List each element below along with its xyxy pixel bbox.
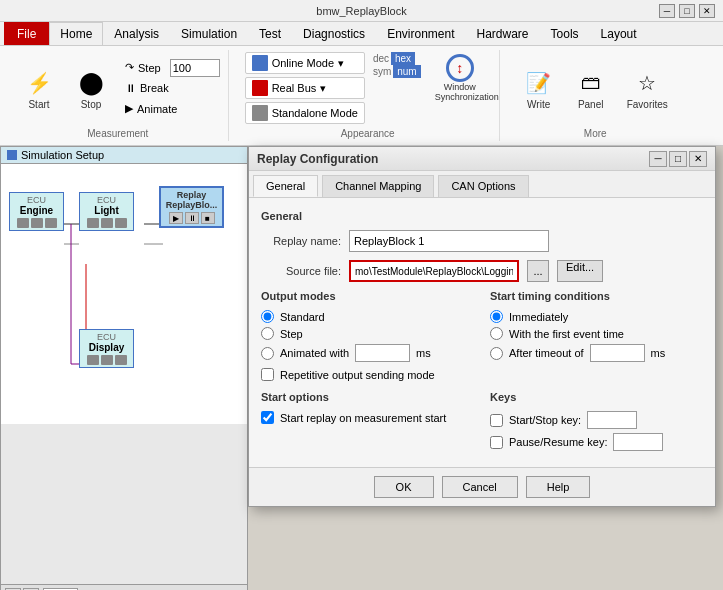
standard-radio[interactable] (261, 310, 274, 323)
tab-layout[interactable]: Layout (590, 22, 648, 45)
dialog-footer: OK Cancel Help (249, 467, 715, 506)
standard-row: Standard (261, 310, 474, 323)
tab-hardware[interactable]: Hardware (466, 22, 540, 45)
dialog-tab-bar: General Channel Mapping CAN Options (249, 171, 715, 198)
tab-file[interactable]: File (4, 22, 49, 45)
ecu-display-icons (82, 355, 131, 365)
output-modes-label: Output modes (261, 290, 474, 302)
minimize-button[interactable]: ─ (659, 4, 675, 18)
ok-button[interactable]: OK (374, 476, 434, 498)
animated-input[interactable] (355, 344, 410, 362)
start-button[interactable]: ⚡ Start (16, 62, 62, 115)
online-mode-icon (252, 55, 268, 71)
animated-radio[interactable] (261, 347, 274, 360)
tab-environment[interactable]: Environment (376, 22, 465, 45)
start-label: Start (28, 99, 49, 110)
source-file-input[interactable] (349, 260, 519, 282)
dialog-body: General Replay name: Source file: ... Ed… (249, 198, 715, 467)
standalone-mode-button[interactable]: Standalone Mode (245, 102, 365, 124)
hex-button[interactable]: hex (391, 52, 415, 65)
timeout-radio[interactable] (490, 347, 503, 360)
step-label: Step (138, 62, 161, 74)
dialog-title-bar: Replay Configuration ─ □ ✕ (249, 147, 715, 171)
favorites-button[interactable]: ☆ Favorites (620, 62, 675, 115)
stop-button[interactable]: ⬤ Stop (68, 62, 114, 115)
ecu-light-icon-2 (101, 218, 113, 228)
ecu-icon-1 (17, 218, 29, 228)
start-stop-key-input[interactable] (587, 411, 637, 429)
step-radio[interactable] (261, 327, 274, 340)
dialog-close[interactable]: ✕ (689, 151, 707, 167)
ecu-engine-title: ECU (12, 195, 61, 205)
help-button[interactable]: Help (526, 476, 591, 498)
timeout-label: After timeout of (509, 347, 584, 359)
real-bus-button[interactable]: Real Bus ▾ (245, 77, 365, 99)
step-button[interactable]: ↷ Step (120, 58, 166, 77)
pause-resume-key-row: Pause/Resume key: (490, 433, 703, 451)
immediately-row: Immediately (490, 310, 703, 323)
replay-name-input[interactable] (349, 230, 549, 252)
online-mode-label: Online Mode (272, 57, 334, 69)
pause-resume-key-checkbox[interactable] (490, 436, 503, 449)
pause-resume-key-label: Pause/Resume key: (509, 436, 607, 448)
break-button[interactable]: ⏸ Break (120, 79, 220, 97)
ecu-light-title: ECU (82, 195, 131, 205)
animate-button[interactable]: ▶ Animate (120, 99, 220, 118)
start-stop-key-checkbox[interactable] (490, 414, 503, 427)
real-bus-label: Real Bus (272, 82, 317, 94)
tab-analysis[interactable]: Analysis (103, 22, 170, 45)
write-button[interactable]: 📝 Write (516, 62, 562, 115)
standalone-icon (252, 105, 268, 121)
maximize-button[interactable]: □ (679, 4, 695, 18)
sync-icon: ↕ (446, 54, 474, 82)
dialog-tab-general[interactable]: General (253, 175, 318, 197)
immediately-radio[interactable] (490, 310, 503, 323)
first-event-radio[interactable] (490, 327, 503, 340)
replay-name: ReplayBlo... (163, 200, 220, 210)
close-button[interactable]: ✕ (699, 4, 715, 18)
ecu-engine[interactable]: ECU Engine (9, 192, 64, 231)
dialog-maximize[interactable]: □ (669, 151, 687, 167)
ecu-light-icon-3 (115, 218, 127, 228)
ecu-display[interactable]: ECU Display (79, 329, 134, 368)
real-bus-icon (252, 80, 268, 96)
browse-button[interactable]: ... (527, 260, 549, 282)
dialog-minimize[interactable]: ─ (649, 151, 667, 167)
timeout-input[interactable] (590, 344, 645, 362)
dialog-tab-can-options[interactable]: CAN Options (438, 175, 528, 197)
tab-home[interactable]: Home (49, 22, 103, 45)
ecu-light-icons (82, 218, 131, 228)
bottom-two-col: Start options Start replay on measuremen… (261, 391, 703, 455)
start-replay-row: Start replay on measurement start (261, 411, 474, 424)
pause-resume-key-input[interactable] (613, 433, 663, 451)
panel-button[interactable]: 🗃 Panel (568, 62, 614, 115)
favorites-label: Favorites (627, 99, 668, 110)
num-button[interactable]: num (393, 65, 420, 78)
repetitive-label: Repetitive output sending mode (280, 369, 435, 381)
sync-button[interactable]: ↕ WindowSynchronization (429, 52, 491, 104)
ecu-light[interactable]: ECU Light (79, 192, 134, 231)
replay-stop[interactable]: ■ (201, 212, 215, 224)
stop-icon: ⬤ (75, 67, 107, 99)
dialog-title: Replay Configuration (257, 152, 378, 166)
tab-diagnostics[interactable]: Diagnostics (292, 22, 376, 45)
edit-button[interactable]: Edit... (557, 260, 603, 282)
canvas-area[interactable]: ECU Engine ECU Light R (1, 164, 247, 424)
cancel-button[interactable]: Cancel (442, 476, 518, 498)
step-icon: ↷ (125, 61, 134, 74)
replay-pause[interactable]: ⏸ (185, 212, 199, 224)
title-bar: bmw_ReplayBlock ─ □ ✕ (0, 0, 723, 22)
panel-icon: 🗃 (575, 67, 607, 99)
repetitive-checkbox[interactable] (261, 368, 274, 381)
replay-block[interactable]: Replay ReplayBlo... ▶ ⏸ ■ (159, 186, 224, 228)
dialog-tab-channel-mapping[interactable]: Channel Mapping (322, 175, 434, 197)
tab-tools[interactable]: Tools (540, 22, 590, 45)
start-replay-checkbox[interactable] (261, 411, 274, 424)
online-mode-button[interactable]: Online Mode ▾ (245, 52, 365, 74)
step-input[interactable] (170, 59, 220, 77)
measurement-group: ⚡ Start ⬤ Stop ↷ Step (8, 50, 229, 141)
tab-simulation[interactable]: Simulation (170, 22, 248, 45)
ecu-display-icon-2 (101, 355, 113, 365)
replay-play[interactable]: ▶ (169, 212, 183, 224)
tab-test[interactable]: Test (248, 22, 292, 45)
